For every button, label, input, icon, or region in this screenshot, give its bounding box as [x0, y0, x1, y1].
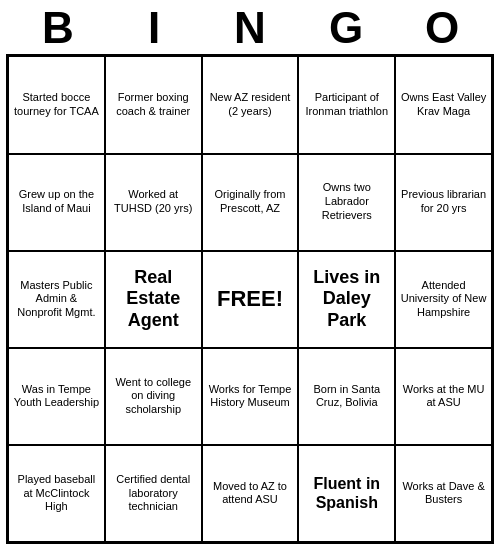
bingo-header: BINGO — [0, 0, 500, 54]
bingo-letter-o: O — [394, 4, 490, 52]
bingo-cell-15: Was in Tempe Youth Leadership — [8, 348, 105, 445]
bingo-cell-13: Lives in Daley Park — [298, 251, 395, 348]
bingo-letter-n: N — [202, 4, 298, 52]
bingo-letter-b: B — [10, 4, 106, 52]
bingo-cell-16: Went to college on diving scholarship — [105, 348, 202, 445]
bingo-letter-i: I — [106, 4, 202, 52]
bingo-cell-9: Previous librarian for 20 yrs — [395, 154, 492, 251]
bingo-cell-14: Attended University of New Hampshire — [395, 251, 492, 348]
bingo-cell-1: Former boxing coach & trainer — [105, 56, 202, 153]
bingo-cell-22: Moved to AZ to attend ASU — [202, 445, 299, 542]
bingo-cell-8: Owns two Labrador Retrievers — [298, 154, 395, 251]
bingo-grid: Started bocce tourney for TCAAFormer box… — [6, 54, 494, 544]
bingo-cell-10: Masters Public Admin & Nonprofit Mgmt. — [8, 251, 105, 348]
bingo-cell-21: Certified dental laboratory technician — [105, 445, 202, 542]
bingo-cell-11: Real Estate Agent — [105, 251, 202, 348]
bingo-letter-g: G — [298, 4, 394, 52]
bingo-cell-23: Fluent in Spanish — [298, 445, 395, 542]
bingo-cell-0: Started bocce tourney for TCAA — [8, 56, 105, 153]
bingo-cell-7: Originally from Prescott, AZ — [202, 154, 299, 251]
bingo-cell-12: FREE! — [202, 251, 299, 348]
bingo-cell-3: Participant of Ironman triathlon — [298, 56, 395, 153]
bingo-cell-20: Played baseball at McClintock High — [8, 445, 105, 542]
bingo-cell-19: Works at the MU at ASU — [395, 348, 492, 445]
bingo-cell-17: Works for Tempe History Museum — [202, 348, 299, 445]
bingo-cell-2: New AZ resident (2 years) — [202, 56, 299, 153]
bingo-cell-6: Worked at TUHSD (20 yrs) — [105, 154, 202, 251]
bingo-cell-18: Born in Santa Cruz, Bolivia — [298, 348, 395, 445]
bingo-cell-4: Owns East Valley Krav Maga — [395, 56, 492, 153]
bingo-cell-5: Grew up on the Island of Maui — [8, 154, 105, 251]
bingo-cell-24: Works at Dave & Busters — [395, 445, 492, 542]
